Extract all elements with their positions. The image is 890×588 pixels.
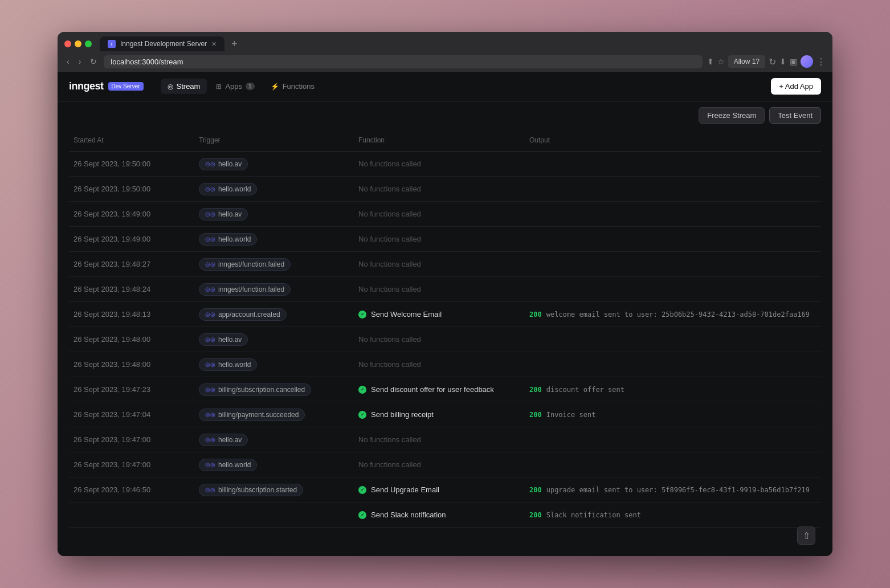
cell-function: No functions called xyxy=(354,354,525,374)
app-content: inngest Dev Server ◎ Stream ⊞ Apps 1 ⚡ F… xyxy=(58,72,832,556)
cell-output xyxy=(525,459,821,471)
trigger-badge[interactable]: ◎◎hello.world xyxy=(199,183,257,195)
maximize-button[interactable] xyxy=(85,40,92,47)
nav-functions[interactable]: ⚡ Functions xyxy=(264,79,321,94)
new-tab-button[interactable]: + xyxy=(227,39,242,49)
cell-function: No functions called xyxy=(354,229,525,249)
cell-started-at xyxy=(69,509,194,521)
no-function-label: No functions called xyxy=(358,335,520,344)
cell-function: No functions called xyxy=(354,254,525,274)
cell-function: No functions called xyxy=(354,279,525,299)
user-avatar[interactable] xyxy=(801,55,813,68)
trigger-badge[interactable]: ◎◎billing/payment.succeeded xyxy=(199,409,305,421)
trigger-label: billing/subscription.cancelled xyxy=(218,386,305,394)
table-row[interactable]: Send Slack notification200Slack notifica… xyxy=(69,503,821,528)
browser-chrome: I Inngest Development Server ✕ + ‹ › ↻ ⬆… xyxy=(58,32,832,72)
traffic-lights xyxy=(64,40,92,47)
cell-trigger: ◎◎app/account.created xyxy=(194,303,354,326)
table-row[interactable]: 26 Sept 2023, 19:49:00◎◎hello.avNo funct… xyxy=(69,202,821,227)
cell-started-at: 26 Sept 2023, 19:50:00 xyxy=(69,179,194,199)
trigger-badge[interactable]: ◎◎hello.world xyxy=(199,233,257,246)
trigger-badge[interactable]: ◎◎app/account.created xyxy=(199,308,287,321)
table-row[interactable]: 26 Sept 2023, 19:47:00◎◎hello.avNo funct… xyxy=(69,427,821,452)
no-function-label: No functions called xyxy=(358,435,520,444)
stream-toolbar: Freeze Stream Test Event xyxy=(58,101,832,129)
trigger-badge[interactable]: ◎◎hello.world xyxy=(199,358,257,371)
trigger-badge[interactable]: ◎◎inngest/function.failed xyxy=(199,258,291,271)
table-row[interactable]: 26 Sept 2023, 19:47:04◎◎billing/payment.… xyxy=(69,402,821,427)
header-function: Function xyxy=(354,134,525,146)
trigger-label: billing/payment.succeeded xyxy=(218,411,299,419)
table-row[interactable]: 26 Sept 2023, 19:48:13◎◎app/account.crea… xyxy=(69,302,821,327)
sidebar-button[interactable]: ▣ xyxy=(790,57,797,66)
trigger-icon: ◎◎ xyxy=(205,411,215,418)
table-row[interactable]: 26 Sept 2023, 19:46:50◎◎billing/subscrip… xyxy=(69,477,821,503)
trigger-badge[interactable]: ◎◎hello.av xyxy=(199,434,248,446)
stream-icon: ◎ xyxy=(168,83,173,91)
output-text: upgrade email sent to user: 5f8996f5-fec… xyxy=(546,486,810,494)
cell-trigger: ◎◎hello.av xyxy=(194,152,354,176)
add-app-button[interactable]: + Add App xyxy=(771,78,821,95)
cell-started-at: 26 Sept 2023, 19:49:00 xyxy=(69,204,194,224)
trigger-icon: ◎◎ xyxy=(205,386,215,393)
logo-badge: Dev Server xyxy=(108,82,144,91)
cell-output xyxy=(525,259,821,270)
browser-tab[interactable]: I Inngest Development Server ✕ xyxy=(100,36,224,51)
nav-stream[interactable]: ◎ Stream xyxy=(161,79,207,94)
function-info: Send billing receipt xyxy=(358,410,520,419)
table-row[interactable]: 26 Sept 2023, 19:48:00◎◎hello.worldNo fu… xyxy=(69,352,821,377)
no-function-label: No functions called xyxy=(358,360,520,369)
allow-button[interactable]: Allow 1? xyxy=(728,55,765,68)
forward-button[interactable]: › xyxy=(76,55,84,68)
trigger-badge[interactable]: ◎◎inngest/function.failed xyxy=(199,283,291,296)
table-row[interactable]: 26 Sept 2023, 19:47:00◎◎hello.worldNo fu… xyxy=(69,452,821,477)
scroll-to-top-button[interactable]: ⇧ xyxy=(797,526,815,545)
stream-table[interactable]: Started At Trigger Function Output 26 Se… xyxy=(58,129,832,528)
back-button[interactable]: ‹ xyxy=(64,55,72,68)
minimize-button[interactable] xyxy=(75,40,81,47)
cell-started-at: 26 Sept 2023, 19:47:00 xyxy=(69,430,194,450)
share-button[interactable]: ⬆ xyxy=(707,57,714,66)
function-info: Send Slack notification xyxy=(358,511,520,519)
function-name: Send Welcome Email xyxy=(371,310,442,318)
trigger-icon: ◎◎ xyxy=(205,286,215,292)
address-bar[interactable] xyxy=(104,55,702,68)
trigger-badge[interactable]: ◎◎hello.world xyxy=(199,459,257,471)
trigger-badge[interactable]: ◎◎billing/subscription.started xyxy=(199,484,303,496)
menu-button[interactable]: ⋮ xyxy=(816,56,826,67)
table-row[interactable]: 26 Sept 2023, 19:48:27◎◎inngest/function… xyxy=(69,252,821,277)
cell-started-at: 26 Sept 2023, 19:46:50 xyxy=(69,480,194,500)
trigger-badge[interactable]: ◎◎hello.av xyxy=(199,333,248,346)
cell-started-at: 26 Sept 2023, 19:48:00 xyxy=(69,329,194,349)
trigger-icon: ◎◎ xyxy=(205,236,215,242)
tab-favicon: I xyxy=(108,40,116,48)
function-success-icon xyxy=(358,511,366,519)
download-button[interactable]: ⬇ xyxy=(779,57,786,66)
trigger-badge[interactable]: ◎◎hello.av xyxy=(199,158,248,170)
cell-function: No functions called xyxy=(354,329,525,349)
trigger-badge[interactable]: ◎◎billing/subscription.cancelled xyxy=(199,383,311,396)
trigger-label: inngest/function.failed xyxy=(218,285,284,293)
cell-trigger xyxy=(194,509,354,521)
table-row[interactable]: 26 Sept 2023, 19:49:00◎◎hello.worldNo fu… xyxy=(69,227,821,252)
refresh-button[interactable]: ↻ xyxy=(88,55,99,68)
cell-function: Send Welcome Email xyxy=(354,304,525,324)
trigger-badge[interactable]: ◎◎hello.av xyxy=(199,208,248,220)
extensions-button[interactable]: ↻ xyxy=(769,56,776,67)
cell-function: No functions called xyxy=(354,154,525,174)
table-row[interactable]: 26 Sept 2023, 19:48:24◎◎inngest/function… xyxy=(69,277,821,302)
bookmark-button[interactable]: ☆ xyxy=(717,57,725,66)
table-row[interactable]: 26 Sept 2023, 19:50:00◎◎hello.avNo funct… xyxy=(69,152,821,177)
close-button[interactable] xyxy=(64,40,71,47)
freeze-stream-button[interactable]: Freeze Stream xyxy=(699,107,765,124)
tab-close-button[interactable]: ✕ xyxy=(211,40,217,48)
nav-apps[interactable]: ⊞ Apps 1 xyxy=(209,79,261,94)
main-area: Started At Trigger Function Output 26 Se… xyxy=(58,129,832,556)
trigger-label: inngest/function.failed xyxy=(218,260,284,268)
table-row[interactable]: 26 Sept 2023, 19:47:23◎◎billing/subscrip… xyxy=(69,377,821,402)
table-row[interactable]: 26 Sept 2023, 19:50:00◎◎hello.worldNo fu… xyxy=(69,177,821,202)
test-event-button[interactable]: Test Event xyxy=(769,107,821,124)
cell-output xyxy=(525,158,821,170)
cell-started-at: 26 Sept 2023, 19:47:04 xyxy=(69,405,194,424)
table-row[interactable]: 26 Sept 2023, 19:48:00◎◎hello.avNo funct… xyxy=(69,327,821,352)
